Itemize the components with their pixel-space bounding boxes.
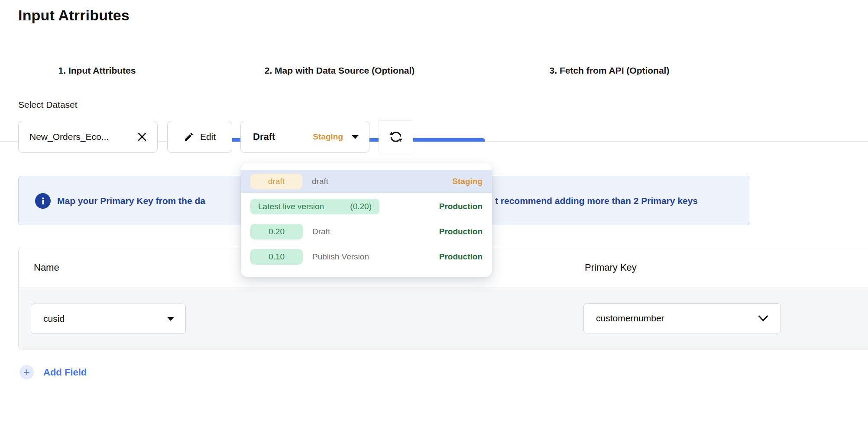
chevron-down-icon — [757, 314, 769, 323]
tab-fetch-from-api[interactable]: 3. Fetch from API (Optional) — [485, 55, 734, 86]
clear-dataset-icon[interactable] — [136, 131, 148, 142]
version-menu-item-draft[interactable]: draft draft Staging — [241, 170, 492, 193]
version-item-environment: Production — [439, 227, 483, 236]
info-banner-text-left: Map your Primary Key from the da — [57, 176, 205, 226]
column-header-name: Name — [34, 247, 59, 288]
dataset-chip[interactable]: New_Orders_Eco... — [18, 121, 158, 153]
version-menu-item-010[interactable]: 0.10 Publish Version Production — [241, 245, 492, 268]
info-banner-text-right: t recommend adding more than 2 Primary k… — [495, 176, 698, 226]
add-field-button[interactable]: + Add Field — [19, 365, 87, 379]
version-badge-text: Latest live version — [258, 202, 324, 211]
version-menu-item-020[interactable]: 0.20 Draft Production — [241, 220, 492, 243]
primary-key-select-value: customernumber — [596, 313, 664, 323]
name-select-value: cusid — [43, 314, 65, 324]
version-badge: 0.10 — [250, 249, 303, 265]
version-badge: 0.20 — [250, 224, 303, 239]
version-item-label: draft — [312, 177, 328, 186]
version-item-environment: Production — [439, 252, 483, 262]
dataset-chip-value: New_Orders_Eco... — [29, 132, 109, 142]
table-row: cusid customernumber — [19, 288, 868, 349]
edit-dataset-button[interactable]: Edit — [167, 121, 232, 153]
version-item-environment: Staging — [452, 177, 483, 186]
refresh-button[interactable] — [379, 120, 413, 153]
version-item-label: Publish Version — [312, 252, 369, 262]
version-selector-value: Draft — [253, 131, 275, 142]
pencil-icon — [184, 132, 194, 142]
tab-input-attributes[interactable]: 1. Input Attributes — [0, 55, 194, 86]
version-selector-button[interactable]: Draft Staging — [240, 121, 369, 153]
version-badge: draft — [250, 174, 302, 189]
select-dataset-label: Select Dataset — [18, 100, 78, 110]
version-item-environment: Production — [439, 202, 483, 211]
edit-button-label: Edit — [200, 132, 216, 142]
refresh-icon — [388, 129, 404, 145]
version-badge-number: (0.20) — [350, 202, 372, 211]
version-badge: Latest live version (0.20) — [250, 199, 379, 214]
page-title: Input Atrributes — [18, 7, 130, 24]
name-select[interactable]: cusid — [31, 304, 186, 334]
page: Input Atrributes 1. Input Attributes 2. … — [0, 0, 868, 427]
version-dropdown-menu: draft draft Staging Latest live version … — [241, 163, 492, 277]
chevron-down-icon — [352, 135, 359, 139]
plus-icon: + — [19, 365, 34, 379]
info-icon: i — [35, 193, 51, 209]
add-field-label: Add Field — [43, 367, 87, 378]
version-item-label: Draft — [312, 227, 330, 236]
version-selector-environment: Staging — [313, 132, 343, 142]
tab-bar: 1. Input Attributes 2. Map with Data Sou… — [0, 55, 868, 87]
caret-down-icon — [167, 317, 174, 321]
column-header-primary-key: Primary Key — [585, 247, 637, 288]
version-menu-item-latest-live[interactable]: Latest live version (0.20) Production — [241, 195, 492, 218]
primary-key-select[interactable]: customernumber — [583, 303, 781, 333]
tab-map-with-data-source[interactable]: 2. Map with Data Source (Optional) — [194, 55, 485, 86]
